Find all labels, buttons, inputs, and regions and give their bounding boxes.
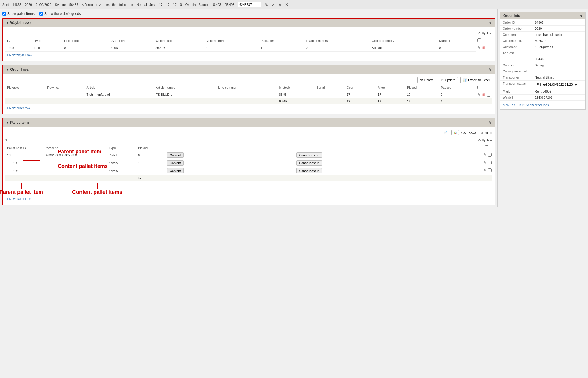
edit-pallet-136-button[interactable]: ✎ [483, 160, 487, 165]
checkbox-row: Show pallet items Show the order's goods [2, 12, 495, 16]
ref-num-value: 56436 [69, 3, 78, 6]
order-line-picked: 17 [405, 91, 439, 98]
content-btn-137[interactable]: Content [167, 168, 184, 173]
col-pallet-picked: Picked [136, 144, 165, 151]
order-lines-chevron-icon: ∨ [489, 67, 492, 72]
pallet-item-136-picked: 10 [136, 159, 165, 167]
info-row-transporter: Transporter Neutral tjänst [500, 74, 585, 81]
edit-icon: ✎ [503, 103, 505, 107]
info-row-mark: Mark Ref #14652 [500, 88, 585, 95]
order-lines-header[interactable]: ▼ Order lines ∨ [3, 65, 495, 74]
show-goods-label[interactable]: Show the order's goods [39, 12, 81, 16]
waybill-select-all-checkbox[interactable] [477, 38, 481, 42]
pallet-item-137-picked: 7 [136, 167, 165, 175]
refresh-waybill-icon: ⟳ [478, 31, 481, 35]
total-picked: 17 [405, 98, 439, 104]
refresh-pallet-icon: ⟳ [478, 139, 481, 142]
weight1-value: 0.493 [213, 3, 221, 6]
info-value-order-id: 14865 [532, 19, 585, 26]
col-line-comment: Line comment [216, 84, 277, 91]
chevron-down-topbar-icon[interactable]: ∨ [279, 2, 281, 7]
pallet-item-103-type: Pallet [107, 151, 136, 159]
delete-order-lines-button[interactable]: 🗑 Delete [417, 77, 436, 83]
info-value-address [532, 50, 585, 56]
pallet-items-title: ▼ Pallet items [6, 120, 30, 125]
consolidate-btn-137[interactable]: Consolidate in [296, 168, 322, 173]
content-btn-103[interactable]: Content [167, 152, 184, 158]
pallet-item-136-id: └ 136 [5, 159, 43, 167]
info-row-order-id: Order ID 14865 [500, 19, 585, 26]
delete-waybill-row-button[interactable]: 🗑 [482, 45, 486, 50]
edit-order-line-button[interactable]: ✎ [477, 93, 481, 97]
pallet-103-checkbox[interactable] [488, 153, 492, 157]
col-goods-category: Goods category [370, 37, 437, 44]
order-lines-select-all-checkbox[interactable] [477, 86, 481, 89]
waybill-table-row: 1995 Pallet 0 0.96 25.493 0 1 0 Apparel … [5, 44, 492, 52]
waybill-input[interactable] [238, 2, 261, 7]
order-line-checkbox[interactable] [487, 93, 490, 97]
order-line-article-number: TS-BLUE-L [154, 91, 216, 98]
col-row-no: Row no. [45, 84, 85, 91]
update-order-lines-button[interactable]: ⟳ Update [439, 77, 458, 83]
pallet-items-chevron-icon: ∨ [489, 120, 492, 125]
new-order-row-link[interactable]: + New order row [5, 104, 31, 111]
gs1-label: GS1 SSCC Palletikett [461, 131, 492, 134]
order-number-value: 7020 [25, 3, 32, 6]
qty4-value: 0 [180, 3, 182, 6]
export-excel-button[interactable]: 📊 Export to Excel [460, 77, 492, 83]
order-info-title: Order info [503, 14, 520, 18]
pallet-item-103-picked: 0 [136, 151, 165, 159]
edit-topbar-button[interactable]: ✎ [265, 2, 268, 7]
transport-status-select[interactable]: Printed 01/09/2022 11:20 [535, 82, 578, 87]
pdf-icon: 📄 [444, 131, 447, 134]
pallet-136-checkbox[interactable] [488, 161, 492, 164]
col-picked: Picked [405, 84, 439, 91]
refresh-order-icon: ⟳ [441, 78, 444, 82]
edit-order-link[interactable]: ✎ ✎ Edit [503, 103, 515, 107]
pallet-137-checkbox[interactable] [488, 168, 492, 172]
col-loading-meters: Loading meters [304, 37, 370, 44]
order-info-chevron-icon: ∨ [580, 14, 582, 18]
order-info-header[interactable]: Order info ∨ [500, 12, 585, 19]
pallet-items-section: ▼ Pallet items ∨ 📄 📊 GS1 SSCC Palletiket… [2, 118, 495, 205]
info-value-comment: Less than full carton [532, 32, 585, 38]
waybill-row-checkbox[interactable] [487, 46, 490, 49]
content-btn-136[interactable]: Content [167, 160, 184, 166]
new-waybill-row-link[interactable]: + New waybill row [5, 52, 33, 58]
show-pallet-items-label[interactable]: Show pallet items [2, 12, 35, 16]
consolidate-btn-103[interactable]: Consolidate in [296, 152, 322, 158]
pallet-items-header[interactable]: ▼ Pallet items ∨ [3, 118, 495, 127]
confirm-topbar-button[interactable]: ✓ [272, 2, 275, 7]
waybill-row-id: 1995 [5, 44, 33, 52]
col-serial: Serial [315, 84, 345, 91]
info-value-customer-no: 307529 [532, 38, 585, 44]
edit-pallet-137-button[interactable]: ✎ [483, 168, 487, 173]
comment-value: Less than full carton [105, 3, 133, 6]
show-goods-checkbox[interactable] [39, 12, 43, 16]
waybill-rows-chevron-icon: ∨ [489, 20, 492, 25]
gs1-excel-button[interactable]: 📊 [451, 130, 459, 135]
delete-order-line-button[interactable]: 🗑 [482, 93, 486, 97]
order-line-row-no [45, 91, 85, 98]
new-pallet-item-link[interactable]: + New pallet item [5, 195, 32, 202]
waybill-update-button[interactable]: ⟳ Update [478, 31, 492, 35]
info-value-address2: 56436 [532, 56, 585, 62]
gs1-pdf-button[interactable]: 📄 [442, 130, 449, 135]
close-topbar-button[interactable]: ✕ [285, 2, 288, 7]
total-packed: 0 [439, 98, 476, 104]
consolidate-btn-136[interactable]: Consolidate in [296, 160, 322, 166]
edit-pallet-103-button[interactable]: ✎ [483, 152, 487, 157]
col-article-number: Article number [154, 84, 216, 91]
status-label: Sent [2, 3, 9, 6]
pallet-update-button[interactable]: ⟳ Update [478, 139, 492, 142]
waybill-rows-header[interactable]: ▼ Waybill rows ∨ [3, 19, 495, 27]
waybill-rows-table: ID Type Height (m) Area (m²) Weight (kg)… [5, 37, 492, 52]
show-order-logs-link[interactable]: ⟳ ⟳ Show order logs [519, 103, 549, 107]
edit-waybill-row-button[interactable]: ✎ [477, 45, 481, 50]
pallet-item-137-type: Parcel [107, 167, 136, 175]
pallet-select-all-checkbox[interactable] [485, 145, 488, 149]
pallet-item-136-type: Parcel [107, 159, 136, 167]
show-pallet-items-checkbox[interactable] [2, 12, 6, 16]
pallet-item-137-parcel [43, 167, 107, 175]
col-packages: Packages [259, 37, 304, 44]
